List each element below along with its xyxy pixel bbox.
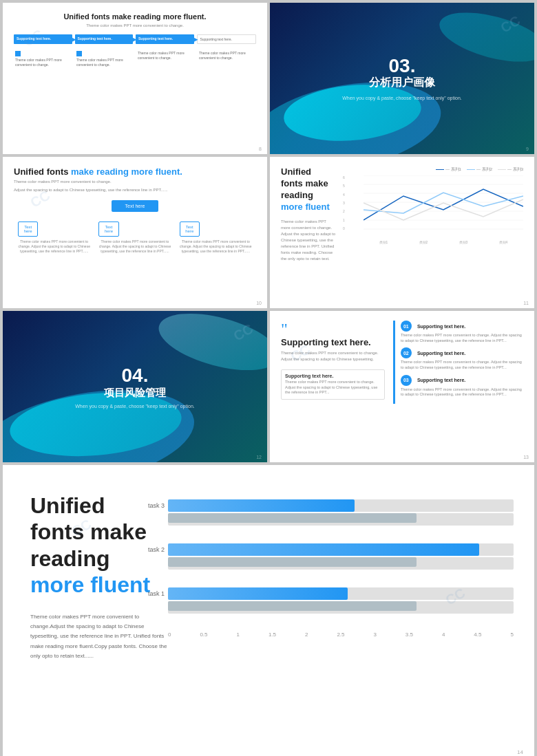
slide5-subtitle: When you copy & paste, choose "keep text…	[75, 404, 194, 409]
x-3: 3	[373, 631, 376, 638]
tree-item-1: Text here Theme color makes PPT more con…	[18, 222, 91, 254]
item2-header: 02 Supporting text here.	[401, 347, 523, 358]
small-card-3: Theme color makes PPT more convenient to…	[136, 50, 195, 69]
slide1-subtitle: Theme color makes PPT more convenient to…	[14, 23, 256, 28]
slide3-title: Unified fonts make reading more fluent.	[14, 166, 256, 177]
slide-1: CC Unified fonts make reading more fluen…	[3, 3, 267, 154]
slide2-number: 03.	[342, 56, 461, 76]
slide4-title-3: reading	[281, 190, 336, 202]
tree-text-2: Theme color makes PPT more convenient to…	[98, 239, 171, 254]
chart-lines	[364, 175, 523, 230]
card-gray-1: Supporting text here.	[197, 34, 257, 44]
bar-group-task2	[168, 543, 514, 568]
slide5-content: 04. 项目风险管理 When you copy & paste, choose…	[75, 365, 194, 409]
slide4-title: Unified fonts make reading more fluent	[281, 166, 336, 213]
small-card-text-3: Theme color makes PPT more convenient to…	[138, 51, 193, 61]
slide4-page: 11	[523, 301, 529, 305]
bar-track-task1-blue	[168, 587, 514, 600]
slide-6: CC " Supporting text here. Theme color m…	[270, 311, 534, 462]
x-2: 类别2	[419, 240, 428, 244]
slide7-page: 14	[517, 749, 523, 755]
slide3-subtitle: Theme color makes PPT more convenient to…	[14, 180, 256, 184]
slide2-content: 03. 分析用户画像 When you copy & paste, choose…	[342, 56, 461, 100]
slide3-subtitle2: Adjust the spacing to adapt to Chinese t…	[14, 188, 256, 192]
y-3: 3	[343, 201, 345, 205]
x-2: 2	[305, 631, 308, 638]
x-1: 类别1	[379, 240, 388, 244]
bar-group-task3	[168, 499, 514, 524]
y-1: 1	[343, 218, 345, 222]
slide6-item-2: 02 Supporting text here. Theme color mak…	[401, 347, 523, 370]
slide-4: Unified fonts make reading more fluent T…	[270, 157, 534, 308]
bar-track-task2-blue	[168, 543, 514, 556]
bar-row-task3: task 3	[168, 499, 514, 524]
slide6-box1: Supporting text here. Theme color makes …	[281, 369, 385, 400]
slide3-tree: Text here Theme color makes PPT more con…	[14, 222, 256, 254]
x-25: 2.5	[337, 631, 344, 638]
bar-chart: task 3 task 2	[168, 499, 514, 692]
slide4-left: Unified fonts make reading more fluent T…	[281, 166, 336, 262]
x-15: 1.5	[268, 631, 276, 638]
item2-num: 02	[401, 347, 412, 358]
bar-fill-task1-gray	[168, 601, 417, 611]
slide6-main-title: Supporting text here.	[281, 337, 385, 347]
tree-text-1: Theme color makes PPT more convenient to…	[18, 239, 91, 254]
y-0: 0	[343, 226, 345, 230]
slide4-title-1: Unified	[281, 166, 336, 178]
slide1-small-cards: Theme color makes PPT more convenient to…	[14, 50, 256, 69]
legend-item-1: — 系列1	[436, 166, 461, 173]
x-45: 4.5	[474, 631, 481, 638]
y-5: 5	[343, 184, 345, 188]
line-chart-svg	[364, 175, 523, 230]
slide5-title: 项目风险管理	[75, 387, 194, 400]
slide3-btn[interactable]: Text here	[112, 200, 159, 212]
legend-label-1: — 系列1	[445, 166, 461, 173]
slide2-page: 9	[526, 147, 529, 151]
bar-fill-task2-blue	[168, 543, 479, 556]
item1-header: 01 Supporting text here.	[401, 321, 523, 332]
bar-label-task3: task 3	[130, 502, 165, 509]
bar-row-task2: task 2	[168, 543, 514, 568]
x-35: 3.5	[406, 631, 413, 638]
bar-fill-task3-blue	[168, 499, 355, 512]
slide6-page: 13	[523, 455, 529, 460]
slide6-quote: "	[281, 321, 385, 337]
y-6: 6	[343, 175, 345, 180]
legend-dot-3	[498, 169, 506, 170]
slide1-title: Unified fonts make reading more fluent.	[14, 12, 256, 21]
bar-track-task3-gray	[168, 513, 514, 526]
slide-3: CC Unified fonts make reading more fluen…	[3, 157, 267, 308]
bar-label-task2: task 2	[130, 546, 165, 553]
item2-title: Supporting text here.	[417, 351, 465, 356]
small-card-icon-2	[76, 51, 82, 56]
slide4-title-2: fonts make	[281, 178, 336, 190]
slide7-chart: task 3 task 2	[168, 486, 514, 733]
small-card-1: Theme color makes PPT more convenient to…	[14, 50, 72, 69]
legend-label-3: — 系列3	[507, 166, 523, 173]
small-card-text-2: Theme color makes PPT more convenient to…	[76, 58, 132, 67]
x-3: 类别3	[459, 240, 468, 244]
slide3-title-blue: make reading more fluent.	[71, 166, 182, 177]
slide6-right: 01 Supporting text here. Theme color mak…	[393, 321, 523, 404]
x-05: 0.5	[200, 631, 207, 638]
slide6-left: " Supporting text here. Theme color make…	[281, 321, 388, 404]
slide2-subtitle: When you copy & paste, choose "keep text…	[342, 96, 461, 100]
slide6-item-1: 01 Supporting text here. Theme color mak…	[401, 321, 523, 343]
small-card-text-1: Theme color makes PPT more convenient to…	[15, 58, 71, 67]
small-card-4: Theme color makes PPT more convenient to…	[198, 50, 256, 69]
item1-title: Supporting text here.	[417, 324, 465, 329]
slide6-box1-desc: Theme color makes PPT more convenient to…	[285, 380, 381, 396]
tree-box-3: Text here	[180, 222, 200, 237]
item3-header: 03 Supporting text here.	[401, 375, 523, 386]
bar-fill-task1-blue	[168, 587, 348, 600]
bar-track-task2-gray	[168, 557, 514, 570]
card-blue-2: Supporting text here.	[75, 34, 134, 44]
x-4: 类别4	[499, 240, 508, 244]
slide7-desc: Theme color makes PPT more convenient to…	[30, 612, 168, 662]
x-5: 5	[510, 631, 513, 638]
slide-7: CC CC Unified fonts make reading more fl…	[3, 465, 534, 756]
x-1: 1	[236, 631, 239, 638]
x-axis: 0 0.5 1 1.5 2 2.5 3 3.5 4 4.5 5	[168, 631, 514, 638]
card-blue-3: Supporting text here.	[136, 34, 194, 44]
slide3-btn-container: Text here	[14, 196, 256, 216]
